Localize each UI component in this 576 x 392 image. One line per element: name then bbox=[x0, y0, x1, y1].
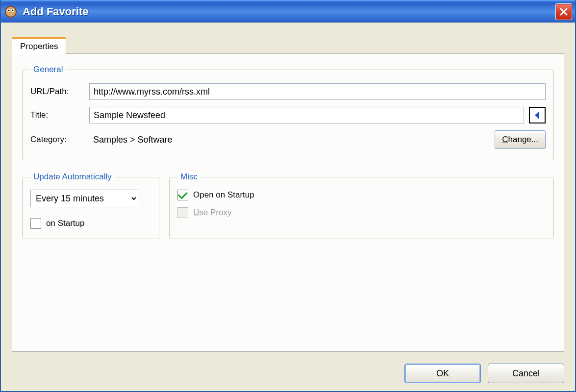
category-label: Category: bbox=[30, 135, 89, 145]
svg-point-1 bbox=[6, 7, 16, 17]
dialog-body: Properties General URL/Path: Title: bbox=[1, 23, 575, 359]
tab-panel: General URL/Path: Title: bbox=[12, 54, 564, 352]
category-value: Samples > Software bbox=[89, 133, 489, 147]
arrow-left-icon bbox=[533, 111, 542, 120]
update-on-startup-checkbox[interactable] bbox=[30, 218, 41, 229]
close-icon bbox=[559, 7, 568, 16]
open-on-startup-label: Open on Startup bbox=[193, 190, 254, 200]
misc-legend: Misc bbox=[177, 172, 200, 182]
update-group: Update Automatically Every 15 minutes on… bbox=[22, 172, 159, 239]
update-on-startup-row[interactable]: on Startup bbox=[30, 218, 151, 229]
use-proxy-checkbox bbox=[177, 207, 188, 218]
add-favorite-dialog: Add Favorite Properties General URL/Path… bbox=[0, 0, 576, 392]
title-label: Title: bbox=[30, 110, 89, 120]
fetch-title-button[interactable] bbox=[529, 107, 546, 123]
url-label: URL/Path: bbox=[30, 87, 89, 97]
open-on-startup-checkbox[interactable] bbox=[177, 190, 188, 200]
update-interval-select[interactable]: Every 15 minutes bbox=[30, 190, 138, 207]
tab-strip: Properties bbox=[12, 33, 564, 54]
interval-row: Every 15 minutes bbox=[30, 190, 151, 207]
update-legend: Update Automatically bbox=[30, 172, 115, 182]
misc-group: Misc Open on Startup Use Proxy bbox=[169, 172, 554, 239]
tab-container: Properties General URL/Path: Title: bbox=[12, 33, 564, 352]
general-group: General URL/Path: Title: bbox=[22, 65, 554, 160]
update-on-startup-label: on Startup bbox=[46, 219, 84, 228]
app-icon bbox=[4, 5, 18, 19]
cancel-button[interactable]: Cancel bbox=[488, 364, 564, 383]
svg-point-4 bbox=[8, 9, 10, 11]
svg-rect-6 bbox=[538, 112, 539, 119]
category-row: Category: Samples > Software Change... bbox=[30, 130, 546, 149]
dialog-footer: OK Cancel bbox=[1, 359, 575, 391]
open-on-startup-row[interactable]: Open on Startup bbox=[177, 190, 546, 200]
use-proxy-label: Use Proxy bbox=[193, 208, 231, 218]
url-row: URL/Path: bbox=[30, 83, 546, 100]
ok-button[interactable]: OK bbox=[404, 364, 481, 383]
url-input[interactable] bbox=[89, 83, 546, 100]
tab-properties[interactable]: Properties bbox=[12, 37, 66, 54]
title-bar[interactable]: Add Favorite bbox=[1, 0, 575, 23]
title-input[interactable] bbox=[89, 107, 524, 123]
use-proxy-row: Use Proxy bbox=[177, 207, 546, 218]
title-row: Title: bbox=[30, 107, 546, 123]
close-button[interactable] bbox=[555, 3, 572, 20]
general-legend: General bbox=[30, 65, 66, 74]
change-category-button[interactable]: Change... bbox=[495, 130, 546, 149]
window-title: Add Favorite bbox=[23, 5, 552, 18]
lower-groups: Update Automatically Every 15 minutes on… bbox=[22, 172, 554, 239]
svg-point-5 bbox=[12, 9, 14, 11]
